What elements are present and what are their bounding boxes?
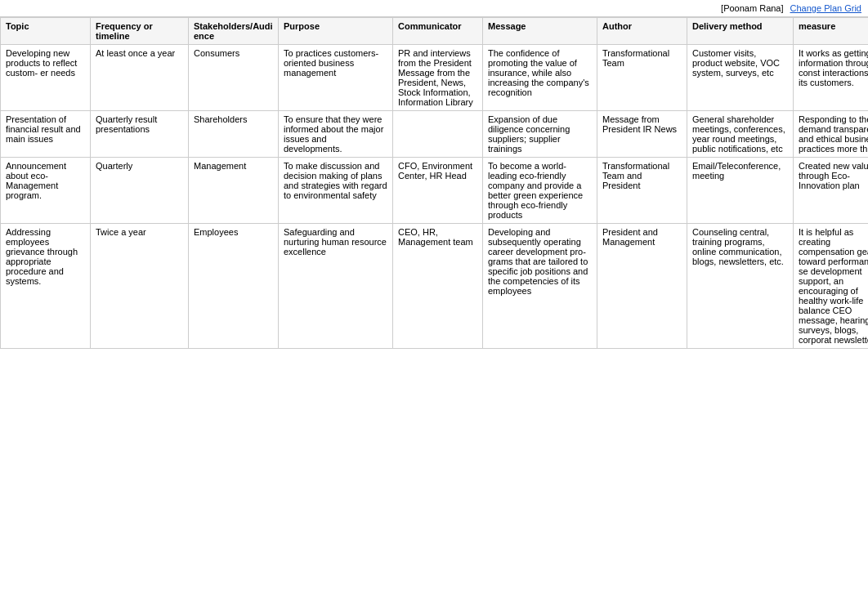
cell-delivery: Email/Teleconference, meeting — [687, 158, 794, 224]
cell-author: Transformational Team — [597, 45, 687, 111]
cell-author: Message from President IR News — [597, 111, 687, 158]
cell-purpose: To ensure that they were informed about … — [279, 111, 393, 158]
grid-container: Topic Frequency or timeline Stakeholders… — [0, 17, 868, 349]
cell-frequency: Quarterly — [91, 158, 189, 224]
cell-message: Expansion of due diligence concerning su… — [483, 111, 597, 158]
cell-topic: Announcement about eco-Management progra… — [1, 158, 91, 224]
header-measure: measure — [794, 18, 869, 45]
cell-purpose: Safeguarding and nurturing human resourc… — [279, 224, 393, 349]
header-author: Author — [597, 18, 687, 45]
cell-measure: Created new value through Eco-Innovation… — [794, 158, 869, 224]
cell-topic: Developing new products to reflect custo… — [1, 45, 91, 111]
cell-delivery: Counseling central, training programs, o… — [687, 224, 794, 349]
header-topic: Topic — [1, 18, 91, 45]
cell-communicator: PR and interviews from the President Mes… — [393, 45, 483, 111]
change-plan-link[interactable]: Change Plan Grid — [790, 3, 861, 13]
cell-measure: It works as getting information through … — [794, 45, 869, 111]
header-message: Message — [483, 18, 597, 45]
header-frequency: Frequency or timeline — [91, 18, 189, 45]
cell-stakeholders: Consumers — [189, 45, 279, 111]
cell-frequency: Quarterly result presentations — [91, 111, 189, 158]
cell-measure: Responding to the demand transparent and… — [794, 111, 869, 158]
cell-message: The confidence of promoting the value of… — [483, 45, 597, 111]
cell-communicator: CFO, Environment Center, HR Head — [393, 158, 483, 224]
cell-delivery: Customer visits, product website, VOC sy… — [687, 45, 794, 111]
header-delivery: Delivery method — [687, 18, 794, 45]
cell-message: Developing and subsequently operating ca… — [483, 224, 597, 349]
cell-measure: It is helpful as creating compensation g… — [794, 224, 869, 349]
communication-plan-table: Topic Frequency or timeline Stakeholders… — [0, 17, 868, 349]
cell-author: Transformational Team and President — [597, 158, 687, 224]
cell-topic: Addressing employees grievance through a… — [1, 224, 91, 349]
table-row: Addressing employees grievance through a… — [1, 224, 869, 349]
cell-purpose: To practices customers-oriented business… — [279, 45, 393, 111]
cell-author: President and Management — [597, 224, 687, 349]
cell-topic: Presentation of financial result and mai… — [1, 111, 91, 158]
cell-message: To become a world-leading eco-friendly c… — [483, 158, 597, 224]
cell-frequency: Twice a year — [91, 224, 189, 349]
header-stakeholders: Stakeholders/Audience — [189, 18, 279, 45]
cell-frequency: At least once a year — [91, 45, 189, 111]
table-row: Developing new products to reflect custo… — [1, 45, 869, 111]
cell-communicator — [393, 111, 483, 158]
table-row: Presentation of financial result and mai… — [1, 111, 869, 158]
table-row: Announcement about eco-Management progra… — [1, 158, 869, 224]
editor-credit: [Poonam Rana] — [721, 3, 783, 13]
header-purpose: Purpose — [279, 18, 393, 45]
cell-stakeholders: Employees — [189, 224, 279, 349]
cell-communicator: CEO, HR, Management team — [393, 224, 483, 349]
cell-delivery: General shareholder meetings, conference… — [687, 111, 794, 158]
cell-purpose: To make discussion and decision making o… — [279, 158, 393, 224]
cell-stakeholders: Management — [189, 158, 279, 224]
header-communicator: Communicator — [393, 18, 483, 45]
cell-stakeholders: Shareholders — [189, 111, 279, 158]
